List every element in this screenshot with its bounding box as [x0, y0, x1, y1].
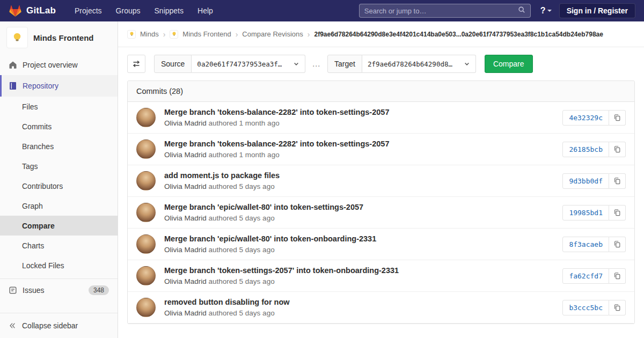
commit-sha-link[interactable]: 26185bcb: [562, 142, 609, 157]
search-box[interactable]: [359, 4, 531, 18]
commit-row: Merge branch 'tokens-balance-2282' into …: [128, 102, 634, 134]
commits-panel: Commits (28) Merge branch 'tokens-balanc…: [127, 80, 635, 324]
avatar: [136, 139, 156, 159]
sidebar-subitem[interactable]: Contributors: [0, 176, 118, 196]
commit-row: Merge branch 'token-settings-2057' into …: [128, 260, 634, 292]
source-ref-dropdown[interactable]: 0a20e61f74737953ea3f…: [192, 55, 305, 73]
commit-author-link[interactable]: Olivia Madrid: [164, 151, 207, 159]
commit-text: add moment.js to package files Olivia Ma…: [164, 171, 562, 190]
breadcrumb-minds[interactable]: Minds: [140, 30, 159, 38]
commit-title-link[interactable]: Merge branch 'epic/wallet-80' into token…: [164, 203, 554, 211]
breadcrumb-minds-frontend[interactable]: Minds Frontend: [182, 30, 231, 38]
sign-in-button[interactable]: Sign in / Register: [559, 3, 635, 18]
avatar: [136, 298, 156, 317]
copy-sha-button[interactable]: [609, 142, 626, 157]
issues-icon: [9, 286, 17, 295]
commit-sha-group: 9d3bb0df: [562, 173, 626, 189]
gitlab-logo[interactable]: GitLab: [9, 4, 56, 18]
project-name: Minds Frontend: [33, 33, 94, 42]
avatar: [136, 234, 156, 254]
compare-button[interactable]: Compare: [485, 55, 533, 73]
minds-avatar: [127, 30, 136, 39]
nav-link[interactable]: Help: [191, 0, 220, 21]
commit-text: Merge branch 'token-settings-2057' into …: [164, 266, 562, 285]
help-menu[interactable]: ?: [540, 6, 552, 16]
commit-sha-link[interactable]: 19985bd1: [562, 205, 609, 221]
sidebar-subitem[interactable]: Graph: [0, 196, 118, 216]
minds-frontend-avatar: [170, 30, 178, 39]
sidebar-subitem[interactable]: Compare: [0, 216, 118, 236]
lightbulb-icon: [129, 31, 135, 37]
lightbulb-icon: [171, 31, 177, 37]
target-ref-dropdown[interactable]: 2f9ae6d78264b64290d8…: [362, 55, 476, 73]
swap-revisions-button[interactable]: [127, 55, 145, 73]
sidebar-subitem[interactable]: Locked Files: [0, 255, 118, 275]
copy-icon: [613, 177, 621, 185]
compare-form: Source 0a20e61f74737953ea3f… ... Target …: [127, 55, 635, 73]
commit-meta: Olivia Madrid authored 1 month ago: [164, 119, 554, 127]
commit-title-link[interactable]: Merge branch 'tokens-balance-2282' into …: [164, 108, 554, 116]
copy-sha-button[interactable]: [609, 173, 626, 189]
issues-count-badge: 348: [89, 285, 109, 295]
chevron-down-icon: [293, 61, 299, 67]
commit-meta: Olivia Madrid authored 5 days ago: [164, 277, 554, 285]
avatar: [136, 266, 156, 285]
top-navbar: GitLab ProjectsGroupsSnippetsHelp ? Sign…: [0, 0, 644, 21]
commit-sha-link[interactable]: 9d3bb0df: [562, 173, 609, 189]
commit-author-link[interactable]: Olivia Madrid: [164, 277, 207, 285]
commit-author-link[interactable]: Olivia Madrid: [164, 182, 207, 190]
commit-title-link[interactable]: add moment.js to package files: [164, 171, 554, 180]
project-header[interactable]: Minds Frontend: [0, 21, 118, 55]
copy-sha-button[interactable]: [609, 300, 626, 315]
commit-title-link[interactable]: Merge branch 'tokens-balance-2282' into …: [164, 139, 554, 148]
repository-submenu: Files Commits Branches Tags Contributors…: [0, 97, 118, 275]
nav-link[interactable]: Groups: [109, 0, 148, 21]
copy-icon: [613, 114, 621, 121]
commit-author-link[interactable]: Olivia Madrid: [164, 214, 207, 222]
search-input[interactable]: [364, 7, 518, 15]
lightbulb-icon: [11, 31, 24, 44]
copy-sha-button[interactable]: [609, 110, 626, 126]
commit-sha-link[interactable]: 4e32329c: [562, 110, 609, 126]
commit-time: authored 1 month ago: [209, 119, 280, 127]
double-chevron-left-icon: [9, 322, 16, 329]
breadcrumb-compare-revisions[interactable]: Compare Revisions: [242, 30, 303, 38]
commit-author-link[interactable]: Olivia Madrid: [164, 119, 207, 127]
commit-sha-link[interactable]: 8f3acaeb: [562, 237, 609, 252]
nav-link[interactable]: Snippets: [148, 0, 191, 21]
brand-text: GitLab: [26, 5, 56, 16]
gitlab-app: GitLab ProjectsGroupsSnippetsHelp ? Sign…: [0, 0, 644, 338]
commit-time: authored 5 days ago: [209, 246, 275, 254]
nav-link[interactable]: Projects: [68, 0, 109, 21]
copy-sha-button[interactable]: [609, 268, 626, 284]
source-label: Source: [154, 55, 192, 73]
commit-title-link[interactable]: Merge branch 'epic/wallet-80' into token…: [164, 234, 554, 243]
sidebar-item-issues[interactable]: Issues 348: [0, 279, 118, 302]
commit-sha-group: 8f3acaeb: [562, 237, 626, 252]
commit-time: authored 1 month ago: [209, 151, 280, 159]
commit-sha-group: b3ccc5bc: [562, 300, 626, 315]
commit-author-link[interactable]: Olivia Madrid: [164, 309, 207, 317]
collapse-sidebar-button[interactable]: Collapse sidebar: [0, 313, 118, 338]
commit-title-link[interactable]: Merge branch 'token-settings-2057' into …: [164, 266, 554, 275]
copy-sha-button[interactable]: [609, 205, 626, 221]
avatar: [136, 171, 156, 190]
commit-time: authored 5 days ago: [209, 309, 275, 317]
sidebar-subitem[interactable]: Tags: [0, 156, 118, 176]
commit-title-link[interactable]: removed button disabling for now: [164, 298, 554, 306]
commit-sha-group: 26185bcb: [562, 142, 626, 157]
breadcrumb-revision-range: 2f9ae6d78264b64290d8e3e4f4201c414ba0e503…: [314, 31, 603, 38]
sidebar-item-repository[interactable]: Repository: [0, 75, 118, 97]
sidebar-subitem[interactable]: Commits: [0, 116, 118, 136]
sidebar-subitem[interactable]: Files: [0, 97, 118, 116]
copy-sha-button[interactable]: [609, 237, 626, 252]
chevron-down-icon: [464, 61, 470, 67]
chevron-right-icon: ›: [236, 30, 238, 39]
commit-sha-link[interactable]: b3ccc5bc: [562, 300, 609, 315]
commit-sha-link[interactable]: fa62cfd7: [562, 268, 609, 284]
help-icon: ?: [540, 6, 546, 16]
sidebar-subitem[interactable]: Charts: [0, 236, 118, 255]
commit-author-link[interactable]: Olivia Madrid: [164, 246, 207, 254]
sidebar-subitem[interactable]: Branches: [0, 136, 118, 156]
sidebar-item-project-overview[interactable]: Project overview: [0, 55, 118, 75]
